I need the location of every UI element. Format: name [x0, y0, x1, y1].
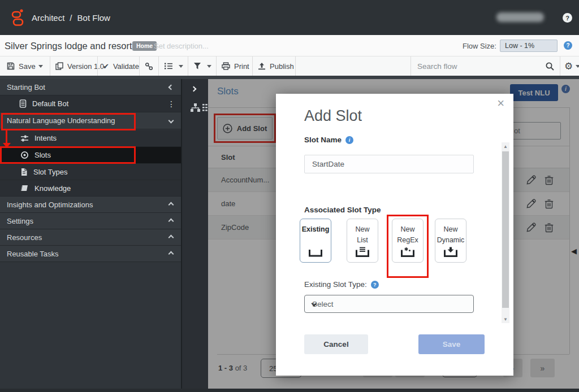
chevron-up-icon[interactable]: [168, 251, 174, 256]
cancel-button[interactable]: Cancel: [304, 334, 368, 354]
sidebar-section-resources[interactable]: Resources: [0, 229, 181, 246]
chevron-down-icon[interactable]: [168, 118, 174, 124]
publish-label: Publish: [270, 62, 294, 71]
book-icon: [20, 184, 29, 192]
tray-list-icon: [355, 247, 370, 258]
insights-label: Insights and Optimizations: [7, 201, 93, 209]
resources-label: Resources: [7, 233, 42, 242]
flow-size-value: Low - 1%: [500, 40, 558, 52]
link-button[interactable]: [145, 56, 153, 76]
copy-icon: [55, 62, 63, 70]
filter-button[interactable]: [193, 56, 201, 76]
save-button[interactable]: Save: [7, 56, 36, 76]
breadcrumb-sep: /: [70, 13, 72, 23]
card-label-line1: New: [347, 224, 378, 235]
tray-download-icon: [443, 247, 458, 258]
knowledge-label: Knowledge: [34, 184, 71, 193]
slot-types-label: Slot Types: [33, 168, 67, 176]
collapse-left-icon[interactable]: [168, 84, 174, 90]
ordered-list-icon: [164, 62, 173, 70]
save-menu-caret[interactable]: [38, 56, 43, 76]
flow-name: Silver Springs lodge and resort: [5, 35, 132, 56]
sequence-list-button[interactable]: [164, 56, 173, 76]
info-icon[interactable]: i: [345, 136, 353, 144]
validate-button[interactable]: ✔ Validate: [103, 56, 139, 76]
breadcrumb-app[interactable]: Architect: [32, 13, 64, 23]
sidebar-item-default-bot[interactable]: Default Bot ⋮: [0, 95, 181, 112]
bottom-edge: [0, 389, 579, 392]
sidebar-section-reusable-tasks[interactable]: Reusable Tasks: [0, 246, 181, 262]
existing-slot-type-label: Existing Slot Type: ?: [304, 280, 379, 289]
card-label-line2: List: [347, 235, 378, 246]
printer-icon: [222, 62, 230, 70]
breadcrumb: Architect / Bot Flow: [32, 0, 110, 35]
filter-menu-caret[interactable]: [207, 56, 211, 76]
save-label: Save: [19, 62, 36, 71]
intents-label: Intents: [34, 134, 57, 142]
expand-right-icon[interactable]: [191, 86, 197, 92]
flow-size-label: Flow Size:: [463, 35, 496, 56]
help-icon[interactable]: ?: [563, 13, 572, 23]
genesys-logo-icon: [10, 8, 25, 27]
slot-name-label-text: Slot Name: [304, 136, 342, 144]
save-button[interactable]: Save: [418, 334, 485, 354]
flow-size-help-icon[interactable]: ?: [564, 41, 572, 50]
slot-name-label: Slot Name i: [304, 136, 353, 144]
sidebar-item-intents[interactable]: Intents: [0, 130, 181, 147]
settings-menu-button[interactable]: ⚙: [564, 56, 579, 76]
sidebar-section-insights[interactable]: Insights and Optimizations: [0, 197, 181, 213]
help-icon[interactable]: ?: [371, 281, 379, 289]
annotation-box-nlu: [1, 113, 136, 130]
chevron-up-icon[interactable]: [168, 202, 174, 207]
slot-name-input[interactable]: [304, 155, 474, 173]
modal-title: Add Slot: [304, 107, 362, 125]
top-bar: Architect / Bot Flow ?: [0, 0, 579, 35]
intents-icon: [20, 134, 29, 142]
search-flow-input[interactable]: Search flow: [417, 56, 457, 76]
slot-type-card-new-dynamic[interactable]: New Dynamic: [435, 219, 466, 263]
associated-label-text: Associated Slot Type: [304, 206, 381, 214]
slot-type-card-existing[interactable]: Existing: [300, 219, 331, 263]
chevron-up-icon[interactable]: [168, 234, 174, 240]
sidebar-section-starting-bot[interactable]: Starting Bot: [0, 79, 181, 95]
existing-slot-type-select[interactable]: Select: [304, 295, 474, 313]
card-label-line1: New: [435, 224, 466, 235]
version-label: Version 1.0: [67, 62, 104, 71]
slot-type-card-new-list[interactable]: New List: [347, 219, 378, 263]
set-description-placeholder[interactable]: Set description...: [154, 35, 209, 56]
bot-icon: [19, 99, 27, 108]
starting-bot-label: Starting Bot: [7, 83, 45, 92]
print-button[interactable]: Print: [222, 56, 249, 76]
annotation-box-slots: [0, 146, 136, 164]
link-icon: [145, 62, 153, 71]
list-menu-caret[interactable]: [179, 56, 183, 76]
flow-sidebar: Starting Bot Default Bot ⋮ Natural Langu…: [0, 79, 181, 389]
kebab-menu-icon[interactable]: ⋮: [167, 99, 175, 108]
sidebar-section-settings[interactable]: Settings: [0, 213, 181, 229]
add-slot-modal: × Add Slot Slot Name i Associated Slot T…: [276, 94, 513, 376]
search-icon: [545, 62, 555, 71]
publish-button[interactable]: Publish: [258, 56, 294, 76]
grid-view-icon[interactable]: [202, 104, 208, 111]
scroll-down-icon[interactable]: ▼: [502, 315, 509, 323]
scroll-up-icon[interactable]: ▲: [502, 142, 509, 150]
card-label: Existing: [300, 224, 331, 235]
sidebar-item-knowledge[interactable]: Knowledge: [0, 180, 181, 197]
flow-toolbar: Save Version 1.0 ✔ Validate: [0, 56, 579, 79]
print-label: Print: [234, 62, 249, 71]
settings-label: Settings: [7, 217, 33, 225]
floppy-icon: [7, 62, 15, 70]
tree-view-icon[interactable]: [189, 103, 201, 112]
search-flow-button[interactable]: [545, 56, 555, 76]
flow-header-bar: Silver Springs lodge and resort Home Set…: [0, 35, 579, 56]
default-bot-label: Default Bot: [32, 99, 68, 108]
breadcrumb-page: Bot Flow: [77, 13, 110, 23]
user-name-redacted[interactable]: [496, 12, 544, 22]
funnel-icon: [193, 62, 201, 70]
card-label-line2: Dynamic: [435, 235, 466, 246]
close-icon[interactable]: ×: [497, 96, 504, 111]
chevron-up-icon[interactable]: [168, 218, 174, 224]
modal-scrollbar[interactable]: ▲ ▼: [502, 142, 509, 323]
sidebar-item-slot-types[interactable]: Slot Types: [0, 164, 181, 180]
scrollbar-thumb[interactable]: [502, 151, 509, 308]
